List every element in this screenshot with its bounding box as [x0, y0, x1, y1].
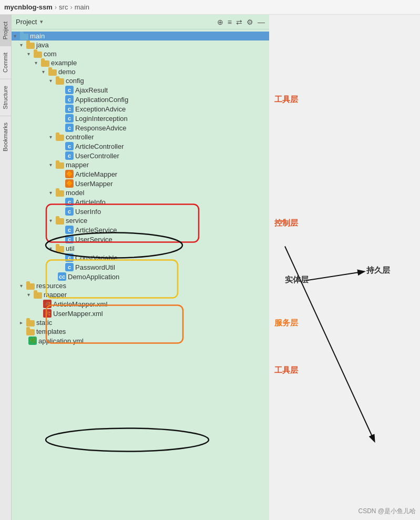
tree-node-resources[interactable]: resources — [12, 281, 269, 290]
tree-node-model[interactable]: model — [12, 188, 269, 197]
tab-project[interactable]: Project — [0, 15, 11, 46]
label-articlemapper: ArticleMapper — [75, 170, 117, 178]
class-icon-logininterception — [65, 114, 74, 123]
yaml-icon-application: 🌿 — [28, 337, 37, 345]
tree-node-exceptionadvice[interactable]: ExceptionAdvice — [12, 104, 269, 114]
tree-node-usermapper[interactable]: 🔶 UserMapper — [12, 179, 269, 188]
tree-node-userservice[interactable]: UserService — [12, 234, 269, 244]
tree-node-articlecontroller[interactable]: ArticleController — [12, 141, 269, 151]
project-name[interactable]: mycnblog-ssm — [4, 3, 53, 11]
tree-node-articlemapper[interactable]: 🔶 ArticleMapper — [12, 169, 269, 179]
arrow-main — [14, 33, 20, 39]
tree-node-demoapplication[interactable]: c DemoApplication — [12, 272, 269, 281]
label-userservice: UserService — [75, 236, 112, 243]
folder-icon-mapper — [56, 162, 64, 169]
arrow-com — [27, 51, 34, 57]
tree-area[interactable]: main java com example — [12, 29, 269, 520]
class-icon-passwordutil — [65, 263, 74, 271]
label-com: com — [44, 50, 57, 58]
arrow-service — [49, 218, 56, 223]
top-bar: mycnblog-ssm › src › main — [0, 0, 420, 15]
folder-icon-java — [26, 43, 35, 49]
class-icon-appconfig — [65, 95, 74, 104]
tree-node-static[interactable]: static — [12, 318, 269, 327]
panel-header-icons: ⊕ ≡ ⇄ ⚙ — — [217, 18, 265, 26]
label-articleservice: ArticleService — [75, 226, 117, 234]
mapper-icon-usermapper: 🔶 — [65, 179, 74, 188]
tab-bookmarks[interactable]: Bookmarks — [0, 116, 11, 158]
label-applicationyml: application.yml — [38, 337, 84, 345]
label-ajaxresult: AjaxResult — [75, 86, 108, 94]
label-java: java — [36, 41, 49, 49]
arrow-mapper-res — [27, 292, 34, 298]
folder-icon-controller — [56, 135, 64, 141]
tree-node-config[interactable]: config — [12, 76, 269, 85]
tree-node-articlemapperxml[interactable]: 🍂 ArticleMapper.xml — [12, 299, 269, 309]
class-icon-articlecontroller — [65, 142, 74, 150]
tree-node-demo[interactable]: demo — [12, 67, 269, 76]
tree-node-usermapperxml[interactable]: 🍂 UserMapper.xml — [12, 309, 269, 318]
minimize-icon[interactable]: — — [258, 18, 265, 26]
tree-node-responseadvice[interactable]: ResponseAdvice — [12, 123, 269, 132]
class-icon-userinfo — [65, 207, 74, 216]
panel-title[interactable]: Project — [16, 18, 37, 26]
label-example: example — [51, 59, 77, 67]
split-icon[interactable]: ⇄ — [236, 18, 242, 26]
panel-dropdown-icon[interactable]: ▾ — [40, 18, 43, 25]
arrow-example — [35, 60, 41, 66]
breadcrumb-src: src — [59, 3, 68, 11]
label-mapper: mapper — [66, 161, 89, 169]
tree-node-userinfo[interactable]: UserInfo — [12, 207, 269, 216]
tree-node-appconfig[interactable]: ApplicationConfig — [12, 95, 269, 104]
globe-icon[interactable]: ⊕ — [217, 18, 223, 26]
xml-icon-usermapper: 🍂 — [43, 309, 52, 318]
tree-node-constvariable[interactable]: ConstVariable — [12, 253, 269, 262]
folder-icon-templates — [26, 329, 35, 335]
list-icon[interactable]: ≡ — [228, 18, 232, 26]
gear-icon[interactable]: ⚙ — [247, 18, 253, 26]
label-mapper-res: mapper — [44, 291, 67, 299]
tree-node-articleinfo[interactable]: ArticleInfo — [12, 197, 269, 207]
label-service: service — [66, 217, 87, 225]
tree-node-mapper-res[interactable]: mapper — [12, 290, 269, 299]
svg-line-5 — [285, 247, 374, 441]
breadcrumb-main: main — [75, 3, 89, 11]
class-icon-responseadvice — [65, 124, 74, 132]
tree-node-applicationyml[interactable]: 🌿 application.yml — [12, 336, 269, 345]
tree-node-main[interactable]: main — [12, 32, 269, 40]
tree-node-controller[interactable]: controller — [12, 132, 269, 141]
arrow-util — [49, 246, 56, 251]
tree-node-java[interactable]: java — [12, 40, 269, 49]
tree-node-ajaxresult[interactable]: AjaxResult — [12, 85, 269, 95]
class-icon-articleservice — [65, 226, 74, 234]
right-panel: 工具层 控制层 实体层 服务层 工具层 持久层 CSDN @是小鱼儿哈 — [269, 15, 420, 520]
arrow-config — [49, 78, 56, 84]
mapper-icon-articlemapper: 🔶 — [65, 170, 74, 178]
tree-node-passwordutil[interactable]: PasswordUtil — [12, 262, 269, 272]
tree-node-articleservice[interactable]: ArticleService — [12, 225, 269, 234]
label-config: config — [66, 77, 84, 85]
tab-commit[interactable]: Commit — [0, 46, 11, 79]
label-exceptionadvice: ExceptionAdvice — [75, 105, 126, 113]
tab-structure[interactable]: Structure — [0, 79, 11, 116]
tree-node-example[interactable]: example — [12, 58, 269, 67]
tree-node-com[interactable]: com — [12, 49, 269, 58]
file-tree-panel: Project ▾ ⊕ ≡ ⇄ ⚙ — main j — [12, 15, 269, 520]
tree-node-logininterception[interactable]: LoginInterception — [12, 114, 269, 123]
label-appconfig: ApplicationConfig — [75, 96, 128, 104]
label-toolayer2: 工具层 — [274, 365, 299, 374]
arrow-demo — [42, 69, 48, 75]
tree-node-templates[interactable]: templates — [12, 327, 269, 336]
label-static: static — [36, 319, 52, 327]
arrow-controller — [49, 134, 56, 140]
tree-node-util[interactable]: util — [12, 244, 269, 253]
label-toolayer1: 工具层 — [274, 95, 299, 104]
folder-icon-static — [26, 320, 35, 327]
tree-node-mapper[interactable]: mapper — [12, 160, 269, 169]
tree-node-service[interactable]: service — [12, 216, 269, 225]
watermark: CSDN @是小鱼儿哈 — [358, 507, 416, 516]
breadcrumb-arrow-1: › — [55, 3, 57, 11]
tree-node-usercontroller[interactable]: UserController — [12, 151, 269, 160]
svg-line-6 — [306, 272, 364, 281]
arrow-resources — [20, 283, 26, 289]
